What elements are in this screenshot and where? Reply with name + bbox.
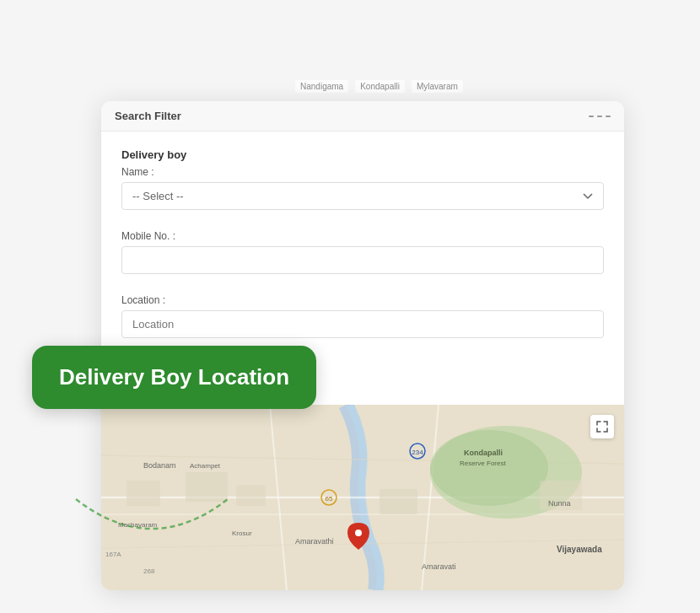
svg-text:Nunna: Nunna	[548, 499, 571, 508]
name-field-group: Name : -- Select -- Boy 1 Boy 2 Boy 3	[121, 166, 604, 222]
top-bar-hint: Nandigama Kondapalli Mylavaram	[295, 80, 463, 93]
map-expand-button[interactable]	[590, 415, 614, 438]
svg-point-8	[430, 430, 548, 506]
map-section: Bodanam Achampet Machavaram Krosur Amara…	[101, 405, 624, 590]
svg-point-31	[355, 530, 362, 536]
svg-text:Krosur: Krosur	[232, 530, 252, 537]
svg-text:Vijayawada: Vijayawada	[557, 545, 602, 554]
svg-text:Amaravathi: Amaravathi	[295, 537, 334, 546]
name-label: Name :	[121, 166, 604, 178]
header-dot-1	[589, 116, 594, 117]
mobile-field-group: Mobile No. :	[121, 230, 604, 286]
svg-text:Reserve Forest: Reserve Forest	[460, 460, 506, 467]
svg-text:65: 65	[326, 495, 333, 503]
svg-rect-10	[186, 472, 228, 502]
svg-text:Amaravati: Amaravati	[422, 562, 456, 571]
svg-rect-12	[380, 489, 417, 514]
location-field-group: Location :	[121, 294, 604, 350]
tab-hint-1: Nandigama	[295, 80, 348, 93]
svg-text:268: 268	[143, 567, 155, 575]
tab-hint-3: Mylavaram	[412, 80, 463, 93]
svg-rect-11	[236, 485, 266, 506]
location-input[interactable]	[121, 310, 604, 338]
svg-text:167A: 167A	[105, 551, 121, 558]
page-wrapper: Nandigama Kondapalli Mylavaram Search Fi…	[0, 0, 700, 613]
header-dot-2	[597, 116, 602, 117]
card-header-title: Search Filter	[115, 110, 181, 122]
map-background: Bodanam Achampet Machavaram Krosur Amara…	[101, 405, 624, 590]
mobile-input[interactable]	[121, 246, 604, 274]
section-title: Delivery boy	[121, 148, 604, 161]
svg-text:Achampet: Achampet	[190, 462, 221, 470]
svg-text:234: 234	[412, 449, 423, 456]
delivery-label: Delivery Boy Location	[32, 346, 316, 409]
map-svg: Bodanam Achampet Machavaram Krosur Amara…	[101, 405, 624, 590]
svg-text:Kondapalli: Kondapalli	[464, 449, 503, 457]
tab-hint-2: Kondapalli	[355, 80, 405, 93]
header-dot-3	[606, 116, 611, 117]
svg-text:Machavaram: Machavaram	[118, 521, 158, 529]
mobile-label: Mobile No. :	[121, 230, 604, 242]
location-label: Location :	[121, 294, 604, 306]
svg-rect-9	[127, 481, 160, 506]
name-select[interactable]: -- Select -- Boy 1 Boy 2 Boy 3	[121, 182, 604, 210]
svg-text:Bodanam: Bodanam	[143, 461, 176, 470]
card-header: Search Filter	[101, 101, 624, 132]
header-dots	[589, 116, 611, 117]
